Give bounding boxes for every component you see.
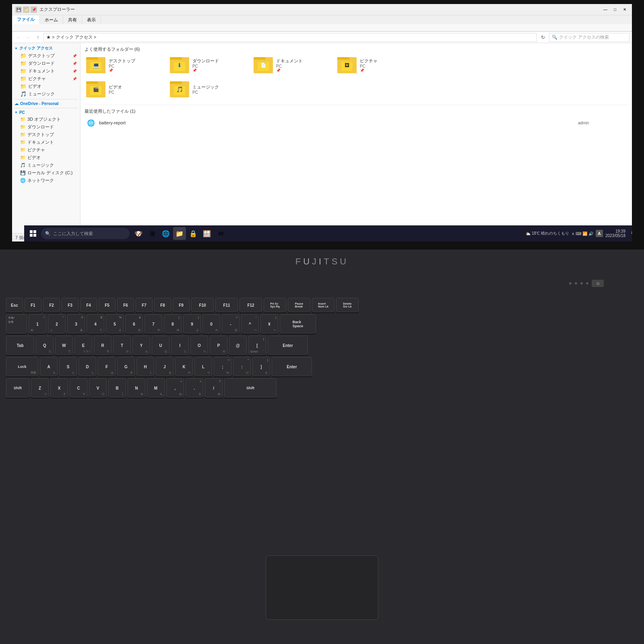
sidebar-item-mus[interactable]: 🎵 ミュージック: [12, 161, 80, 169]
key-f11[interactable]: F11: [215, 298, 238, 312]
key-slash[interactable]: ? / め: [205, 378, 223, 398]
folder-desktop[interactable]: 💻 デスクトップ PC 📌: [84, 55, 164, 76]
key-f4[interactable]: F4: [80, 298, 97, 312]
up-button[interactable]: ↑: [34, 33, 42, 41]
chevron-up-icon[interactable]: ∧: [572, 231, 574, 236]
refresh-button[interactable]: ↻: [539, 33, 547, 42]
key-e[interactable]: E いい: [74, 336, 92, 355]
key-delete[interactable]: DeleteScr Lk: [336, 298, 359, 312]
key-f10[interactable]: F10: [191, 298, 214, 312]
key-l[interactable]: L り: [194, 357, 212, 376]
sidebar-item-docs[interactable]: 📁 ドキュメント: [12, 138, 80, 146]
sidebar-item-disk[interactable]: 💾 ローカル ディスク (C:): [12, 169, 80, 177]
input-mode-indicator[interactable]: A: [596, 230, 603, 237]
key-bracket-close[interactable]: } ] む: [252, 357, 270, 376]
key-capslock[interactable]: Lock 英数: [6, 357, 38, 376]
folder-video[interactable]: 🎬 ビデオ PC: [84, 79, 164, 100]
folder-pictures[interactable]: 🖼 ピクチャ PC 📌: [335, 55, 415, 76]
key-shift-right[interactable]: Shift: [224, 378, 277, 398]
key-f9[interactable]: F9: [173, 298, 190, 312]
trackpad[interactable]: [266, 555, 378, 620]
key-f8[interactable]: F8: [154, 298, 171, 312]
taskbar-app-mascot[interactable]: 🐶: [132, 227, 145, 240]
taskbar-search[interactable]: 🔍 ここに入力して検索: [41, 228, 130, 239]
key-f5[interactable]: F5: [99, 298, 116, 312]
key-backspace[interactable]: BackSpace: [280, 314, 316, 334]
sidebar-pc[interactable]: ▼ PC: [12, 109, 80, 116]
key-p[interactable]: P せ: [210, 336, 227, 355]
key-6[interactable]: & 6 お: [125, 314, 143, 334]
key-f12[interactable]: F12: [239, 298, 262, 312]
key-z[interactable]: Z つ: [31, 378, 49, 398]
start-button[interactable]: [26, 226, 40, 241]
sidebar-item-network[interactable]: 🌐 ネットワーク: [12, 177, 80, 184]
key-caret[interactable]: ~ ^ へ: [241, 314, 259, 334]
key-prtsc[interactable]: Prt ScSys Rq: [264, 298, 286, 312]
key-f6[interactable]: F6: [117, 298, 134, 312]
key-enter[interactable]: Enter: [268, 336, 308, 355]
key-pause[interactable]: PauseBreak: [288, 298, 310, 312]
key-f1[interactable]: F1: [25, 298, 41, 312]
key-d[interactable]: D し: [78, 357, 96, 376]
sidebar-item-desk[interactable]: 📁 デスクトップ: [12, 131, 80, 138]
sidebar-onedrive[interactable]: ☁ OneDrive - Personal: [12, 101, 80, 107]
sidebar-item-video[interactable]: 📁 ビデオ: [12, 83, 80, 90]
key-7[interactable]: ' 7 や: [144, 314, 162, 334]
address-path[interactable]: ★ > クイック アクセス >: [43, 33, 537, 42]
volume-icon[interactable]: 🔊: [588, 231, 593, 236]
sidebar-item-pictures[interactable]: 📁 ピクチャ 📌: [12, 75, 80, 83]
sidebar-quick-access-header[interactable]: ▼ クイック アクセス: [12, 45, 80, 52]
key-n[interactable]: N み: [128, 378, 145, 398]
key-insert[interactable]: InsertNum Lk: [312, 298, 334, 312]
search-box[interactable]: 🔍 クイック アクセスの検索: [549, 33, 630, 42]
key-t[interactable]: T か: [113, 336, 131, 355]
key-u[interactable]: U な: [152, 336, 169, 355]
key-g[interactable]: G き: [117, 357, 135, 376]
taskbar-app-explorer[interactable]: 📁: [173, 227, 186, 240]
sidebar-item-vid[interactable]: 📁 ビデオ: [12, 154, 80, 161]
key-9[interactable]: ) 9 よ: [183, 314, 201, 334]
key-period[interactable]: > . る: [186, 378, 203, 398]
key-yen[interactable]: | ¥ ー: [260, 314, 278, 334]
tab-share[interactable]: 共有: [63, 15, 82, 24]
notification-button[interactable]: 🗨: [628, 228, 632, 239]
key-4[interactable]: $ 4 う: [87, 314, 104, 334]
key-plus[interactable]: + ; れ: [214, 357, 231, 376]
key-0[interactable]: 0 わ: [202, 314, 220, 334]
key-enter2[interactable]: Enter: [272, 357, 312, 376]
key-o[interactable]: O ら: [190, 336, 208, 355]
key-f[interactable]: F は: [98, 357, 116, 376]
maximize-button[interactable]: □: [611, 6, 619, 13]
tab-view[interactable]: 表示: [82, 15, 101, 24]
key-8[interactable]: ( 8 ゆ: [164, 314, 182, 334]
power-button[interactable]: ⏻: [592, 280, 604, 287]
back-button[interactable]: ←: [14, 33, 23, 41]
key-b[interactable]: B こ: [108, 378, 126, 398]
sidebar-item-desktop[interactable]: 📁 デスクトップ 📌: [12, 52, 80, 60]
key-h[interactable]: H く: [136, 357, 154, 376]
key-esc[interactable]: Esc: [6, 298, 23, 312]
key-comma[interactable]: < , ね: [166, 378, 184, 398]
sidebar-item-3d[interactable]: 📁 3D オブジェクト: [12, 116, 80, 123]
folder-download[interactable]: ⬇ ダウンロード PC 📌: [167, 55, 248, 76]
sidebar-item-dl[interactable]: 📁 ダウンロード: [12, 123, 80, 131]
file-battery-report[interactable]: 🌐 battery-report admin: [84, 117, 629, 129]
taskbar-app-security[interactable]: 🔒: [187, 227, 200, 240]
key-colon[interactable]: * : け: [233, 357, 251, 376]
key-s[interactable]: S と: [59, 357, 77, 376]
key-minus[interactable]: = - ほ: [222, 314, 239, 334]
key-2[interactable]: " 2 ふ: [48, 314, 66, 334]
folder-documents[interactable]: 📄 ドキュメント PC 📌: [251, 55, 332, 76]
tab-home[interactable]: ホーム: [40, 15, 63, 24]
key-j[interactable]: J ま: [156, 357, 173, 376]
taskbar-app-widgets[interactable]: ⊞: [146, 227, 159, 240]
key-f3[interactable]: F3: [62, 298, 78, 312]
key-k[interactable]: K の: [175, 357, 193, 376]
key-y[interactable]: Y ん: [132, 336, 150, 355]
taskbar-app-edge[interactable]: 🌐: [159, 227, 172, 240]
sidebar-item-pics[interactable]: 📁 ピクチャ: [12, 146, 80, 154]
key-shift-left[interactable]: Shift: [6, 378, 29, 398]
key-a[interactable]: A ち: [40, 357, 58, 376]
taskbar-app-store[interactable]: 🪟: [200, 227, 213, 240]
key-tab[interactable]: Tab: [6, 336, 34, 355]
